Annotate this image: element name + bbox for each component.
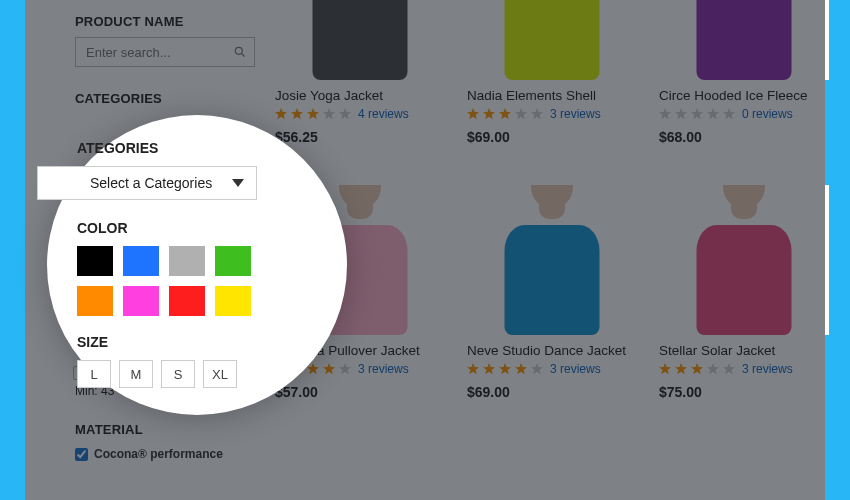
lens-size-title: SIZE <box>77 334 317 350</box>
product-rating: 3 reviews <box>467 107 637 121</box>
lens-color-title: COLOR <box>77 220 317 236</box>
search-field-wrap[interactable] <box>75 37 255 67</box>
product-price: $69.00 <box>467 129 637 145</box>
star-icon <box>531 363 543 375</box>
material-label: Cocona® performance <box>94 447 223 461</box>
product-card[interactable]: Neve Studio Dance Jacket3 reviews$69.00 <box>467 185 637 400</box>
product-card[interactable]: Circe Hooded Ice Fleece0 reviews$68.00 <box>659 0 829 145</box>
product-rating: 4 reviews <box>275 107 445 121</box>
svg-marker-9 <box>499 108 511 119</box>
product-reviews-link[interactable]: 4 reviews <box>358 107 409 121</box>
product-title[interactable]: Josie Yoga Jacket <box>275 88 445 103</box>
svg-marker-28 <box>675 363 687 374</box>
svg-marker-31 <box>723 363 735 374</box>
svg-marker-25 <box>515 363 527 374</box>
svg-marker-20 <box>323 363 335 374</box>
size-option[interactable]: S <box>161 360 195 388</box>
product-title[interactable]: Circe Hooded Ice Fleece <box>659 88 829 103</box>
svg-marker-24 <box>499 363 511 374</box>
star-icon <box>515 363 527 375</box>
svg-marker-6 <box>339 108 351 119</box>
product-price: $69.00 <box>467 384 637 400</box>
star-icon <box>483 108 495 120</box>
svg-point-0 <box>235 47 242 54</box>
svg-marker-2 <box>275 108 287 119</box>
categories-title: CATEGORIES <box>75 91 255 106</box>
star-icon <box>515 108 527 120</box>
size-option[interactable]: L <box>77 360 111 388</box>
svg-marker-14 <box>691 108 703 119</box>
star-icon <box>531 108 543 120</box>
svg-marker-23 <box>483 363 495 374</box>
product-thumb[interactable] <box>275 0 445 80</box>
product-reviews-link[interactable]: 3 reviews <box>550 362 601 376</box>
star-icon <box>659 108 671 120</box>
product-thumb[interactable] <box>659 0 829 80</box>
product-card[interactable]: Nadia Elements Shell3 reviews$69.00 <box>467 0 637 145</box>
material-checkbox[interactable] <box>75 448 88 461</box>
product-reviews-link[interactable]: 3 reviews <box>550 107 601 121</box>
product-title[interactable]: Nadia Elements Shell <box>467 88 637 103</box>
svg-marker-21 <box>339 363 351 374</box>
star-icon <box>675 108 687 120</box>
svg-marker-10 <box>515 108 527 119</box>
svg-marker-26 <box>531 363 543 374</box>
search-input[interactable] <box>75 37 255 67</box>
star-icon <box>339 363 351 375</box>
star-icon <box>675 363 687 375</box>
color-swatch[interactable] <box>123 246 159 276</box>
color-swatch[interactable] <box>123 286 159 316</box>
star-icon <box>307 108 319 120</box>
product-card[interactable]: Josie Yoga Jacket4 reviews$56.25 <box>275 0 445 145</box>
lens-categories-title: ATEGORIES <box>77 140 317 156</box>
color-swatch[interactable] <box>169 246 205 276</box>
svg-marker-5 <box>323 108 335 119</box>
star-icon <box>691 108 703 120</box>
star-icon <box>707 363 719 375</box>
color-swatch[interactable] <box>215 286 251 316</box>
svg-marker-27 <box>659 363 671 374</box>
star-icon <box>483 363 495 375</box>
svg-marker-22 <box>467 363 479 374</box>
star-icon <box>499 108 511 120</box>
size-option[interactable]: XL <box>203 360 237 388</box>
product-title[interactable]: Neve Studio Dance Jacket <box>467 343 637 358</box>
chevron-down-icon <box>232 179 244 187</box>
star-icon <box>467 363 479 375</box>
star-icon <box>707 108 719 120</box>
color-swatch[interactable] <box>215 246 251 276</box>
svg-marker-4 <box>307 108 319 119</box>
product-reviews-link[interactable]: 3 reviews <box>358 362 409 376</box>
product-card[interactable]: Stellar Solar Jacket3 reviews$75.00 <box>659 185 829 400</box>
product-thumb[interactable] <box>467 0 637 80</box>
color-swatch[interactable] <box>169 286 205 316</box>
star-icon <box>275 108 287 120</box>
svg-marker-15 <box>707 108 719 119</box>
product-thumb[interactable] <box>659 185 829 335</box>
product-title[interactable]: Stellar Solar Jacket <box>659 343 829 358</box>
svg-marker-11 <box>531 108 543 119</box>
star-icon <box>659 363 671 375</box>
color-swatch[interactable] <box>77 246 113 276</box>
star-icon <box>499 363 511 375</box>
category-select[interactable]: Select a Categories <box>37 166 257 200</box>
product-rating: 0 reviews <box>659 107 829 121</box>
size-option[interactable]: M <box>119 360 153 388</box>
svg-marker-16 <box>723 108 735 119</box>
star-icon <box>323 363 335 375</box>
svg-marker-12 <box>659 108 671 119</box>
product-reviews-link[interactable]: 0 reviews <box>742 107 793 121</box>
material-option[interactable]: Cocona® performance <box>75 447 255 461</box>
product-rating: 3 reviews <box>467 362 637 376</box>
star-icon <box>291 108 303 120</box>
svg-marker-7 <box>467 108 479 119</box>
svg-marker-3 <box>291 108 303 119</box>
star-icon <box>691 363 703 375</box>
product-name-title: PRODUCT NAME <box>75 14 255 29</box>
product-thumb[interactable] <box>467 185 637 335</box>
star-icon <box>467 108 479 120</box>
category-select-value: Select a Categories <box>90 175 212 191</box>
color-swatch[interactable] <box>77 286 113 316</box>
product-reviews-link[interactable]: 3 reviews <box>742 362 793 376</box>
filter-lens-highlight: ATEGORIES Select a Categories COLOR SIZE… <box>47 115 347 415</box>
